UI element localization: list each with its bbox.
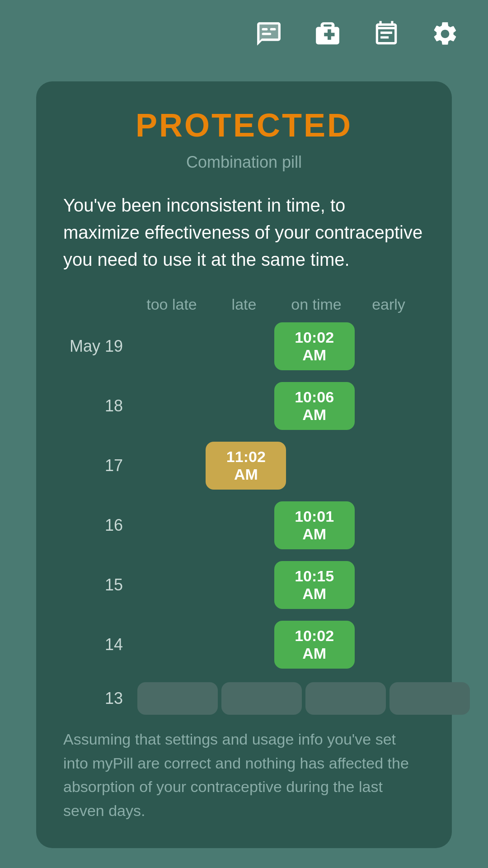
footer-text: Assuming that settings and usage info yo…	[63, 727, 425, 823]
timing-badge-empty	[389, 682, 470, 715]
cell-late	[204, 404, 272, 408]
cell-late	[204, 344, 272, 348]
pill-type: Combination pill	[63, 153, 425, 172]
cell-on-time: 10:15 AM	[272, 559, 357, 611]
cell-late: 11:02 AM	[204, 440, 288, 491]
cell-late	[204, 583, 272, 587]
svg-rect-0	[262, 28, 268, 30]
cell-on-time: 10:06 AM	[272, 380, 357, 432]
timing-badge: 10:15 AM	[274, 561, 355, 609]
cell-on-time: 10:02 AM	[272, 619, 357, 670]
cell-early	[357, 464, 425, 467]
cell-late	[220, 680, 304, 717]
timing-badge-empty	[221, 682, 302, 715]
settings-icon[interactable]	[429, 18, 461, 50]
header-early: early	[352, 296, 425, 313]
row-day-label: 14	[63, 635, 136, 654]
chart-row: 13	[63, 679, 425, 718]
timing-badge-empty	[305, 682, 386, 715]
cell-too-late	[136, 643, 204, 646]
cell-on-time: 10:02 AM	[272, 321, 357, 372]
cell-too-late	[136, 680, 220, 717]
row-day-label: 17	[63, 456, 136, 475]
cell-late	[204, 524, 272, 527]
cell-early	[357, 344, 425, 348]
svg-rect-1	[270, 28, 276, 30]
timing-badge: 10:02 AM	[274, 322, 355, 370]
chart-row: 18 10:06 AM	[63, 380, 425, 432]
cell-too-late	[136, 404, 204, 408]
row-day-label: 13	[63, 689, 136, 708]
header-late: late	[208, 296, 280, 313]
calendar-icon[interactable]	[371, 18, 402, 50]
header-too-late: too late	[136, 296, 208, 313]
cell-too-late	[136, 464, 204, 467]
cell-too-late	[136, 524, 204, 527]
cell-too-late	[136, 583, 204, 587]
timing-badge: 10:06 AM	[274, 382, 355, 430]
medkit-icon[interactable]	[312, 18, 343, 50]
chart-row: 15 10:15 AM	[63, 559, 425, 611]
svg-rect-2	[262, 33, 272, 35]
cell-on-time	[304, 680, 388, 717]
cell-early	[388, 680, 472, 717]
timing-badge-empty	[137, 682, 218, 715]
main-card: PROTECTED Combination pill You've been i…	[36, 81, 452, 848]
header-spacer	[63, 296, 136, 313]
chart-row: May 19 10:02 AM	[63, 321, 425, 372]
header-on-time: on time	[280, 296, 352, 313]
chart-row: 16 10:01 AM	[63, 500, 425, 551]
row-day-label: 16	[63, 516, 136, 535]
chart-headers: too late late on time early	[63, 296, 425, 313]
chat-icon[interactable]	[253, 18, 285, 50]
cell-early	[357, 643, 425, 646]
chart-row: 17 11:02 AM	[63, 440, 425, 491]
timing-badge: 11:02 AM	[206, 442, 286, 490]
row-day-label: 18	[63, 396, 136, 415]
cell-late	[204, 643, 272, 646]
timing-badge: 10:02 AM	[274, 621, 355, 669]
row-day-label: 15	[63, 576, 136, 594]
row-day-label: May 19	[63, 337, 136, 356]
cell-on-time: 10:01 AM	[272, 500, 357, 551]
status-title: PROTECTED	[63, 107, 425, 144]
chart-row: 14 10:02 AM	[63, 619, 425, 670]
cell-on-time	[288, 464, 356, 467]
cell-early	[357, 583, 425, 587]
timing-badge: 10:01 AM	[274, 501, 355, 549]
toolbar	[0, 0, 488, 63]
description-text: You've been inconsistent in time, to max…	[63, 192, 425, 273]
cell-too-late	[136, 344, 204, 348]
cell-early	[357, 404, 425, 408]
timing-chart: too late late on time early May 19 10:02…	[63, 296, 425, 718]
cell-early	[357, 524, 425, 527]
